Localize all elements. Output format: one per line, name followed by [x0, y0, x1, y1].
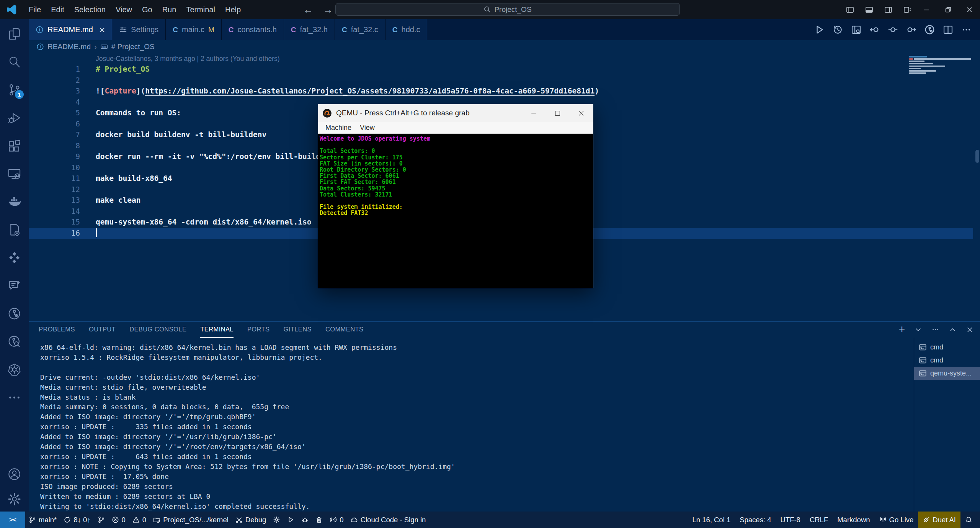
- toggle-sidebar-icon[interactable]: [841, 0, 858, 19]
- tab-settings[interactable]: Settings: [112, 19, 166, 40]
- menu-terminal[interactable]: Terminal: [181, 0, 220, 19]
- status-debug-target[interactable]: Debug: [232, 512, 270, 528]
- gitlens-inspect-icon[interactable]: [7, 335, 21, 349]
- status-workspace-folder[interactable]: Project_OS/.../kernel: [150, 512, 232, 528]
- status-gitlens-branch[interactable]: [94, 512, 108, 528]
- customize-layout-icon[interactable]: [899, 0, 916, 19]
- more-views-icon[interactable]: [7, 390, 21, 405]
- close-panel-icon[interactable]: [966, 326, 974, 334]
- explorer-icon[interactable]: [7, 27, 21, 41]
- text-cursor: [96, 228, 97, 237]
- run-file-icon[interactable]: [814, 25, 825, 35]
- status-eol[interactable]: CRLF: [805, 512, 833, 528]
- qemu-minimize-icon[interactable]: [522, 104, 546, 122]
- nav-back-icon[interactable]: ←: [303, 4, 313, 16]
- panel-tab-debug-console[interactable]: DEBUG CONSOLE: [129, 321, 186, 338]
- status-build-debug[interactable]: [298, 512, 312, 528]
- gitlens-icon[interactable]: [7, 307, 21, 321]
- next-change-icon[interactable]: [906, 25, 916, 35]
- maximize-panel-icon[interactable]: [949, 326, 957, 334]
- tab-close-icon[interactable]: ×: [99, 25, 105, 35]
- terminal-list-item-qemu-syste[interactable]: qemu-syste...: [914, 367, 980, 380]
- panel-tab-ports[interactable]: PORTS: [247, 321, 270, 338]
- window-close-icon[interactable]: [959, 0, 980, 19]
- new-terminal-icon[interactable]: +: [899, 324, 905, 335]
- qemu-maximize-icon[interactable]: [546, 104, 569, 122]
- editor-more-actions-icon[interactable]: [961, 25, 972, 35]
- status-build-run[interactable]: [284, 512, 298, 528]
- terminal-list-item-cmd[interactable]: cmd: [914, 341, 980, 354]
- timeline-history-icon[interactable]: [833, 25, 843, 35]
- account-icon[interactable]: [7, 467, 21, 481]
- window-minimize-icon[interactable]: [916, 0, 937, 19]
- breadcrumb-symbol[interactable]: # Project_OS: [111, 43, 155, 51]
- nav-forward-icon[interactable]: →: [323, 4, 333, 16]
- tab-main-c[interactable]: Cmain.cM: [166, 19, 221, 40]
- markdown-preview-icon[interactable]: [851, 25, 861, 35]
- status-build-gear[interactable]: [270, 512, 284, 528]
- status-errors[interactable]: 0: [108, 512, 129, 528]
- breadcrumb-file[interactable]: README.md: [47, 43, 91, 51]
- status-cloud-code-signin[interactable]: Cloud Code - Sign in: [347, 512, 430, 528]
- qemu-title-bar[interactable]: QEMU - Press Ctrl+Alt+G to release grab: [318, 104, 593, 122]
- source-control-icon[interactable]: 1: [7, 83, 21, 97]
- tab-fat-32-h[interactable]: Cfat_32.h: [284, 19, 335, 40]
- menu-run[interactable]: Run: [157, 0, 181, 19]
- menu-selection[interactable]: Selection: [69, 0, 111, 19]
- status-go-live[interactable]: Go Live: [875, 512, 918, 528]
- menu-edit[interactable]: Edit: [46, 0, 69, 19]
- settings-gear-icon[interactable]: [7, 492, 21, 506]
- status-duet-ai[interactable]: Duet AI: [918, 512, 960, 528]
- menu-file[interactable]: File: [24, 0, 46, 19]
- qemu-close-icon[interactable]: [569, 104, 593, 122]
- previous-change-icon[interactable]: [869, 25, 880, 35]
- status-language-mode[interactable]: Markdown: [833, 512, 874, 528]
- kubernetes-icon[interactable]: [7, 362, 21, 377]
- makefile-tools-icon[interactable]: [7, 223, 21, 237]
- panel-tab-problems[interactable]: PROBLEMS: [39, 321, 75, 338]
- comments-icon[interactable]: [7, 279, 21, 293]
- tab-constants-h[interactable]: Cconstants.h: [222, 19, 284, 40]
- window-restore-icon[interactable]: [937, 0, 959, 19]
- extensions-icon[interactable]: [7, 139, 21, 153]
- current-change-icon[interactable]: [888, 25, 898, 35]
- tab-hdd-c[interactable]: Chdd.c: [385, 19, 428, 40]
- panel-tab-output[interactable]: OUTPUT: [89, 321, 116, 338]
- status-indentation[interactable]: Spaces: 4: [735, 512, 776, 528]
- c-language-icon: C: [342, 26, 347, 34]
- search-view-icon[interactable]: [7, 55, 21, 69]
- tab-fat-32-c[interactable]: Cfat_32.c: [335, 19, 385, 40]
- tab-readme-md[interactable]: README.md×: [29, 19, 112, 40]
- cloud-code-icon[interactable]: [7, 251, 21, 265]
- status-notifications[interactable]: [960, 512, 977, 528]
- panel-tab-terminal[interactable]: TERMINAL: [200, 321, 234, 338]
- split-editor-icon[interactable]: [943, 25, 953, 35]
- status-live-share[interactable]: 0: [326, 512, 347, 528]
- qemu-menu-view[interactable]: View: [356, 124, 379, 132]
- status-encoding[interactable]: UTF-8: [776, 512, 805, 528]
- run-and-debug-icon[interactable]: [7, 111, 21, 125]
- panel-tab-comments[interactable]: COMMENTS: [325, 321, 363, 338]
- qemu-menu-machine[interactable]: Machine: [321, 124, 356, 132]
- status-git-sync[interactable]: 8↓ 0↑: [60, 512, 94, 528]
- status-remote-indicator[interactable]: ><: [0, 512, 25, 528]
- minimap[interactable]: [909, 56, 973, 75]
- menu-view[interactable]: View: [111, 0, 137, 19]
- menu-help[interactable]: Help: [220, 0, 246, 19]
- terminal-list-item-cmd[interactable]: cmd: [914, 354, 980, 367]
- status-warnings[interactable]: 0: [129, 512, 150, 528]
- remote-explorer-icon[interactable]: [7, 167, 21, 181]
- toggle-secondary-sidebar-icon[interactable]: [880, 0, 897, 19]
- panel-more-actions-icon[interactable]: [931, 326, 939, 334]
- status-cursor-position[interactable]: Ln 16, Col 1: [688, 512, 735, 528]
- status-build-clean[interactable]: [312, 512, 326, 528]
- gitlens-graph-icon[interactable]: [924, 25, 935, 35]
- command-center-search[interactable]: Project_OS: [335, 3, 680, 16]
- panel-tab-gitlens[interactable]: GITLENS: [283, 321, 311, 338]
- docker-icon[interactable]: [7, 195, 21, 209]
- menu-go[interactable]: Go: [137, 0, 157, 19]
- editor-scrollbar[interactable]: [975, 150, 979, 163]
- toggle-panel-icon[interactable]: [861, 0, 877, 19]
- status-git-branch[interactable]: main*: [25, 512, 60, 528]
- terminal-dropdown-icon[interactable]: [914, 326, 922, 334]
